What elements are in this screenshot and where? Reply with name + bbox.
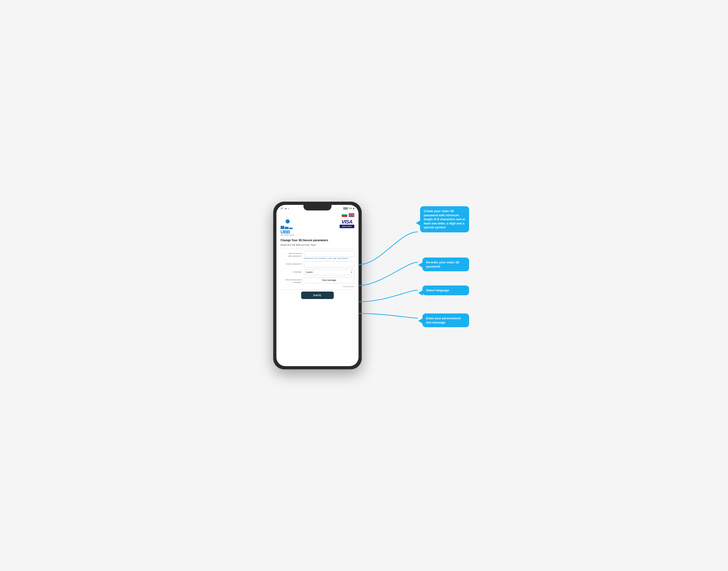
ubb-bar-3 xyxy=(289,228,293,229)
password-input-wrap: Requirements: Min 8 characters, Letter, … xyxy=(304,251,354,259)
password-input[interactable] xyxy=(304,251,354,257)
confirm-row: Confirm password*: xyxy=(281,261,354,267)
tooltip-personalized-message: Enter your personalized text message xyxy=(423,314,469,327)
flag-bulgaria[interactable] xyxy=(342,213,347,217)
flags-row xyxy=(281,213,354,217)
language-select[interactable]: English ▾ xyxy=(304,269,354,275)
ubb-icon xyxy=(281,219,295,229)
form-title: Change Your 3D-Secure parameters xyxy=(281,239,354,242)
required-note: *required fields xyxy=(281,286,354,288)
confirm-input-wrap xyxy=(304,261,354,267)
scene: 24° ☁ ⌾ ▐▐▐ 79% ▮ xyxy=(259,195,469,376)
language-row: Language: English ▾ xyxy=(281,269,354,275)
save-button[interactable]: SAVE xyxy=(301,292,334,299)
tooltip-reenter-password: Re-enter your static 3D password xyxy=(423,257,469,271)
ubb-circle xyxy=(285,219,290,224)
assurance-button[interactable]: Your message xyxy=(304,277,354,283)
password-hint: Requirements: Min 8 characters, Letter, … xyxy=(304,257,354,259)
ubb-bars xyxy=(281,224,295,229)
password-row: New 3D-Securestatic password*: Requireme… xyxy=(281,251,354,259)
battery-icon: ▮ xyxy=(353,207,354,210)
wifi-icon: ⌾ xyxy=(288,207,289,210)
language-input-wrap: English ▾ xyxy=(304,269,354,275)
logo-section: UBB Part of KBC Group VISA SECURE xyxy=(281,219,354,236)
screen-content: UBB Part of KBC Group VISA SECURE Change… xyxy=(276,211,359,366)
language-label: Language: xyxy=(281,269,304,273)
phone-frame: 24° ☁ ⌾ ▐▐▐ 79% ▮ xyxy=(273,202,362,369)
cloud-icon: ☁ xyxy=(285,207,287,210)
assurance-row: Personal assurancemessage*: Your message xyxy=(281,277,354,283)
confirm-input[interactable] xyxy=(304,261,354,267)
ubb-logo: UBB Part of KBC Group xyxy=(281,219,295,236)
visa-secure: VISA SECURE xyxy=(340,219,354,228)
flag-uk[interactable] xyxy=(349,213,354,217)
status-left: 24° ☁ ⌾ xyxy=(281,207,289,210)
assurance-label: Personal assurancemessage*: xyxy=(281,277,304,283)
ubb-sub: Part of KBC Group xyxy=(281,234,294,236)
status-right: ▐▐▐ 79% ▮ xyxy=(343,207,354,210)
tooltip-create-password: Create your static 3D password with mini… xyxy=(420,206,469,232)
divider-top xyxy=(281,249,354,249)
phone-notch xyxy=(303,205,332,211)
battery-percent: 79% xyxy=(348,207,352,210)
ubb-bar-2 xyxy=(285,227,288,229)
password-label: New 3D-Securestatic password*: xyxy=(281,251,304,257)
assurance-input-wrap: Your message xyxy=(304,277,354,283)
visa-secure-badge: SECURE xyxy=(340,225,354,228)
language-value: English xyxy=(306,271,313,273)
form-subtitle: Please fill in the fields and click "Sav… xyxy=(281,244,354,247)
signal-icon: ▐▐▐ xyxy=(343,207,347,210)
phone-screen: 24° ☁ ⌾ ▐▐▐ 79% ▮ xyxy=(276,205,359,366)
ubb-text-block: UBB Part of KBC Group xyxy=(281,230,294,236)
divider-bottom xyxy=(281,290,354,290)
ubb-name: UBB xyxy=(281,230,294,234)
ubb-bar-1 xyxy=(281,226,284,229)
confirm-label: Confirm password*: xyxy=(281,261,304,265)
tooltip-select-language: Select language xyxy=(423,286,469,295)
chevron-down-icon: ▾ xyxy=(351,271,352,273)
visa-text: VISA xyxy=(342,219,352,224)
temperature: 24° xyxy=(281,207,284,210)
